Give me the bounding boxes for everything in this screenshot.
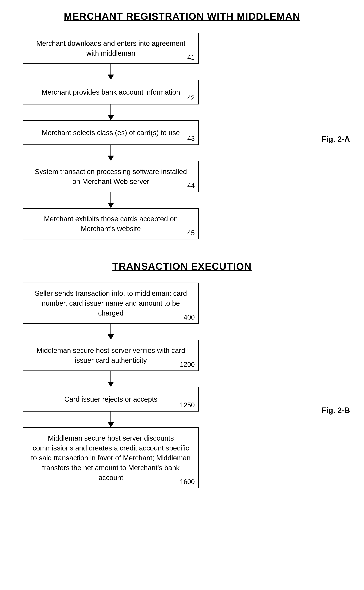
flow-box-42: Merchant provides bank account informati… [23,80,199,104]
arrow-5 [108,324,114,340]
arrow-line-7 [110,412,111,422]
flow-box-44-text: System transaction processing software i… [30,167,191,186]
arrow-head-7 [108,422,114,427]
flow-box-43-number: 43 [187,135,195,142]
section-b-title: TRANSACTION EXECUTION [14,261,350,272]
arrow-head-1 [108,74,114,80]
arrow-line-6 [110,371,111,382]
flow-box-400-number: 400 [184,314,195,321]
flow-box-1600-number: 1600 [180,478,195,486]
fig-2a-label: Fig. 2-A [322,135,350,144]
arrow-6 [108,371,114,387]
flow-box-41: Merchant downloads and enters into agree… [23,33,199,64]
arrow-head-4 [108,203,114,208]
flow-box-44: System transaction processing software i… [23,161,199,192]
arrow-head-6 [108,382,114,387]
arrow-line-2 [110,104,111,115]
flow-box-1600-text: Middleman secure host server discounts c… [30,433,191,483]
section-a-flow: Merchant downloads and enters into agree… [14,33,350,239]
flow-box-45: Merchant exhibits those cards accepted o… [23,208,199,239]
flow-box-44-number: 44 [187,182,195,190]
arrow-4 [108,192,114,208]
flow-box-43-text: Merchant selects class (es) of card(s) t… [30,128,191,138]
arrow-head-3 [108,155,114,161]
arrow-line-1 [110,64,111,74]
flow-box-45-number: 45 [187,229,195,237]
flow-box-400-text: Seller sends transaction info. to middle… [30,288,191,318]
section-b: TRANSACTION EXECUTION Seller sends trans… [14,261,350,488]
flow-box-45-text: Merchant exhibits those cards accepted o… [30,214,191,234]
arrow-line-5 [110,324,111,334]
flow-box-1600: Middleman secure host server discounts c… [23,427,199,488]
flow-box-42-text: Merchant provides bank account informati… [30,87,191,97]
arrow-line-4 [110,192,111,203]
arrow-1 [108,64,114,80]
flow-box-1200: Middleman secure host server verifies wi… [23,340,199,371]
section-a-flow-inner: Merchant downloads and enters into agree… [14,33,208,239]
arrow-head-2 [108,115,114,120]
flow-box-1200-number: 1200 [180,361,195,368]
section-b-flow: Seller sends transaction info. to middle… [14,282,350,488]
flow-box-1250-text: Card issuer rejects or accepts [30,394,191,404]
section-a-title: MERCHANT REGISTRATION WITH MIDDLEMAN [14,11,350,22]
flow-box-41-text: Merchant downloads and enters into agree… [30,38,191,58]
flow-box-1200-text: Middleman secure host server verifies wi… [30,345,191,365]
arrow-line-3 [110,145,111,155]
flow-box-1250-number: 1250 [180,401,195,409]
flow-box-400: Seller sends transaction info. to middle… [23,282,199,324]
flow-box-1250: Card issuer rejects or accepts 1250 [23,387,199,412]
flow-box-43: Merchant selects class (es) of card(s) t… [23,120,199,145]
section-b-flow-inner: Seller sends transaction info. to middle… [14,282,208,488]
arrow-head-5 [108,334,114,340]
arrow-7 [108,412,114,427]
flow-box-41-number: 41 [187,54,195,61]
arrow-3 [108,145,114,161]
fig-2b-label: Fig. 2-B [322,406,350,415]
flow-box-42-number: 42 [187,94,195,102]
arrow-2 [108,104,114,120]
section-a: MERCHANT REGISTRATION WITH MIDDLEMAN Mer… [14,11,350,239]
